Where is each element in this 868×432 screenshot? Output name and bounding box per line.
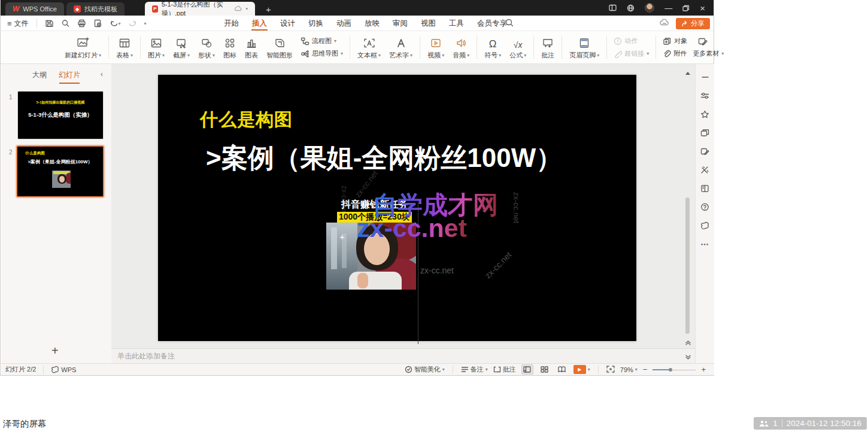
wps-sticker-icon[interactable] (700, 221, 709, 230)
restore-button[interactable] (682, 5, 690, 11)
properties-icon[interactable] (700, 91, 709, 101)
zoom-slider-handle[interactable] (669, 368, 672, 372)
redo-button[interactable] (126, 17, 139, 30)
icons-button[interactable]: 图标 (219, 35, 241, 60)
tab-insert[interactable]: 插入 (245, 16, 274, 31)
tab-outline[interactable]: 大纲 (32, 70, 47, 84)
tools-icon[interactable] (700, 165, 709, 175)
wps-hotkey-badge[interactable]: WPS (51, 366, 76, 373)
slide-thumbnail-1[interactable]: 5-1如何拍摄出爆款的口播视频 5-1-3什么是构图（实操） (17, 91, 104, 139)
smart-graphic-button[interactable]: 智能图形 (262, 35, 297, 60)
favorites-star-icon[interactable] (700, 109, 709, 119)
table-button[interactable]: 表格▾ (112, 35, 137, 60)
audio-button[interactable]: 音频▾ (448, 35, 474, 60)
tab-animation[interactable]: 动画 (330, 16, 358, 31)
mindmap-button[interactable]: 思维导图▾ (301, 49, 343, 58)
undo-button[interactable]: ▾ (108, 17, 123, 30)
print-button[interactable] (75, 17, 88, 30)
flowchart-button[interactable]: 流程图▾ (301, 36, 343, 45)
customize-toolbar-button[interactable]: ▾ (142, 17, 148, 30)
tab-view[interactable]: 视图 (414, 16, 442, 31)
tab-design[interactable]: 设计 (274, 16, 302, 31)
more-options-icon[interactable]: ••• (701, 239, 709, 249)
search-icon[interactable] (505, 18, 514, 30)
thumb-photo (52, 171, 71, 188)
shapes-button[interactable]: 形状▾ (194, 35, 219, 60)
asset-editor-icon[interactable] (698, 37, 708, 45)
collapse-panel-button[interactable]: ‹ (101, 69, 103, 78)
export-button[interactable] (92, 17, 104, 30)
vertical-scrollbar[interactable] (684, 66, 691, 348)
template-store-icon: ◆ (74, 5, 81, 13)
tab-home[interactable]: 开始 (217, 16, 245, 31)
new-tab-button[interactable]: + (262, 2, 275, 16)
help-icon[interactable] (700, 202, 709, 212)
scrollbar-thumb[interactable] (685, 197, 690, 334)
layers-icon[interactable] (700, 128, 709, 138)
file-menu-button[interactable]: ≡ 文件 (5, 17, 31, 30)
zoom-percentage[interactable]: 79% ▾ (620, 366, 638, 373)
zoom-out-button[interactable]: − (643, 365, 648, 374)
picture-button[interactable]: 图片▾ (144, 35, 169, 60)
tab-wps-office[interactable]: W WPS Office (5, 2, 64, 16)
ribbon-label: 符号 (484, 51, 497, 60)
tab-transition[interactable]: 切换 (302, 16, 330, 31)
screenshot-button[interactable]: 截屏▾ (169, 35, 194, 60)
fit-to-window-button[interactable] (606, 366, 615, 374)
split-view-icon[interactable] (609, 4, 617, 11)
ribbon-label: 表格 (116, 51, 129, 60)
header-footer-button[interactable]: 页眉页脚▾ (565, 35, 603, 60)
action-button-disabled[interactable]: 动作 (614, 36, 649, 45)
notebook-icon[interactable] (700, 184, 709, 193)
new-slide-button[interactable]: 新建幻灯片▾ (60, 35, 105, 60)
textbox-button[interactable]: 文本框▾ (353, 35, 385, 60)
globe-icon[interactable] (627, 4, 635, 12)
object-button[interactable]: 对象 (663, 36, 687, 45)
normal-view-button[interactable] (521, 364, 533, 375)
hyperlink-button-disabled[interactable]: 超链接▾ (614, 49, 649, 58)
slide-title-text[interactable]: >案例（果姐-全网粉丝100W） (206, 141, 562, 176)
minimize-button[interactable]: — (664, 4, 672, 12)
slideshow-play-button[interactable]: ▶ ▾ (573, 365, 590, 374)
close-button[interactable]: × (700, 4, 705, 13)
zoom-slider[interactable] (652, 366, 696, 373)
reading-view-button[interactable] (556, 364, 568, 375)
thumb-topline: 什么是构图 (16, 151, 78, 156)
cloud-status-icon[interactable] (659, 18, 670, 29)
comment-button[interactable]: 批注 (537, 35, 559, 60)
scroll-up-icon[interactable] (685, 66, 690, 77)
more-assets-button[interactable]: 更多素材▾ (693, 49, 724, 58)
material-edit-icon[interactable] (700, 147, 709, 156)
attachment-button[interactable]: 附件 (663, 49, 687, 58)
slide-editor[interactable]: 什么是构图 >案例（果姐-全网粉丝100W） 抖音赚钱新任务 1000个播放=2… (158, 75, 636, 341)
slide-sorter-view-button[interactable] (539, 364, 551, 375)
user-avatar[interactable] (645, 3, 654, 13)
next-slide-button[interactable] (685, 351, 691, 362)
symbol-button[interactable]: Ω 符号▾ (480, 35, 505, 60)
comment-toggle-button[interactable]: 批注 (493, 365, 516, 374)
formula-button[interactable]: √x 公式▾ (505, 35, 530, 60)
ribbon-label: 更多素材 (693, 49, 719, 58)
chart-button[interactable]: 图表 (241, 35, 262, 60)
tab-review[interactable]: 审阅 (386, 16, 414, 31)
zoom-in-button[interactable]: + (701, 365, 706, 374)
tab-slideshow[interactable]: 放映 (358, 16, 386, 31)
tab-slides[interactable]: 幻灯片 (59, 70, 80, 84)
slide-heading-text[interactable]: 什么是构图 (200, 108, 293, 132)
print-preview-button[interactable] (59, 17, 72, 30)
save-button[interactable] (43, 17, 56, 30)
tab-document[interactable]: P 5-1-3是什么构图（实操）.ppt • (145, 2, 255, 16)
tab-tools[interactable]: 工具 (442, 16, 471, 31)
smart-beautify-button[interactable]: 智能美化 ▾ (405, 365, 445, 374)
tab-template-store[interactable]: ◆ 找稻壳模板 (66, 2, 125, 16)
notes-toggle-button[interactable]: 备注 ▾ (461, 365, 488, 374)
add-slide-button[interactable]: + (48, 344, 62, 358)
notes-area[interactable]: 单击此处添加备注 (111, 348, 695, 363)
video-button[interactable]: 视频▾ (423, 35, 448, 60)
wordart-button[interactable]: 艺术字▾ (385, 35, 417, 60)
collapse-sidebar-icon[interactable] (702, 72, 709, 82)
slide-thumbnail-2-selected[interactable]: 什么是构图 >案例（果姐-全网粉丝100W） (16, 145, 104, 197)
ribbon-label: 视频 (427, 51, 441, 60)
previous-slide-button[interactable] (685, 337, 691, 348)
share-button[interactable]: 分享 (676, 18, 710, 29)
